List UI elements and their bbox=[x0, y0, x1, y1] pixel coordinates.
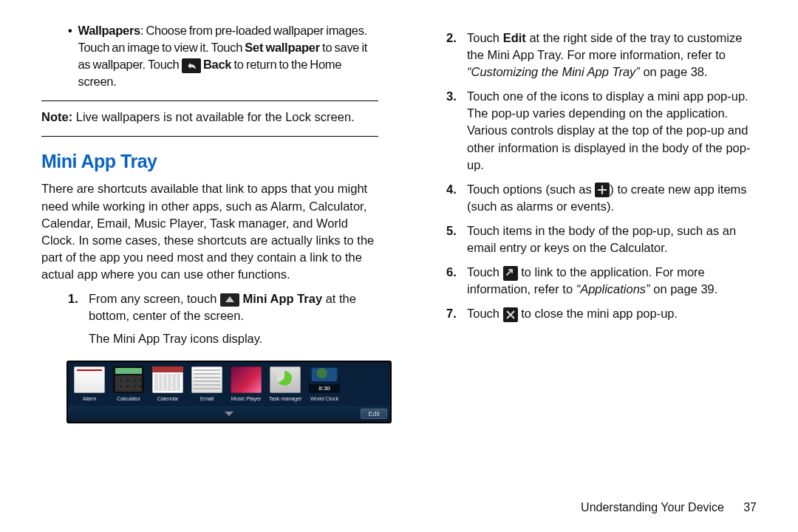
intro-text: There are shortcuts available that link … bbox=[41, 180, 378, 283]
step-7: 7. Touch to close the mini app pop-up. bbox=[420, 305, 757, 322]
ref-applications: “Applications” bbox=[576, 282, 650, 296]
page-footer: Understanding Your Device37 bbox=[581, 501, 757, 514]
world-clock-icon bbox=[309, 366, 340, 393]
note-line: Note: Live wallpapers is not available f… bbox=[41, 109, 378, 126]
section-heading: Mini App Tray bbox=[41, 149, 378, 174]
step-4: 4. Touch options (such as ) to create ne… bbox=[420, 181, 757, 215]
back-icon bbox=[182, 58, 201, 73]
step-6: 6. Touch to link to the application. For… bbox=[420, 264, 757, 298]
email-icon bbox=[191, 366, 222, 393]
tray-item-music: Music Player bbox=[231, 366, 262, 403]
calendar-icon bbox=[152, 366, 183, 393]
step-1: 1. From any screen, touch Mini App Tray … bbox=[41, 290, 378, 324]
back-label: Back bbox=[203, 58, 231, 71]
tray-item-calculator: Calculator bbox=[113, 366, 144, 403]
tray-item-alarm: Alarm bbox=[74, 366, 105, 403]
step-1-sub: The Mini App Tray icons display. bbox=[41, 330, 378, 347]
tray-edit-button[interactable]: Edit bbox=[361, 409, 387, 419]
step-5: 5. Touch items in the body of the pop-up… bbox=[420, 222, 757, 256]
tray-item-calendar: Calendar bbox=[152, 366, 183, 403]
tray-item-clock: World Clock bbox=[309, 366, 340, 403]
chevron-down-icon bbox=[225, 412, 233, 416]
plus-icon bbox=[595, 183, 610, 197]
music-player-icon bbox=[231, 366, 262, 393]
task-manager-icon bbox=[270, 366, 301, 393]
step-2: 2. Touch Edit at the right side of the t… bbox=[420, 30, 757, 81]
separator bbox=[41, 136, 378, 137]
set-wallpaper-label: Set wallpaper bbox=[245, 41, 319, 54]
mini-app-tray-label: Mini App Tray bbox=[243, 292, 323, 305]
tray-bottom-bar: Edit bbox=[68, 406, 390, 422]
close-icon bbox=[503, 307, 518, 322]
calculator-icon bbox=[113, 366, 144, 393]
wallpapers-label: Wallpapers bbox=[78, 24, 140, 37]
tray-item-email: Email bbox=[191, 366, 222, 403]
alarm-icon bbox=[74, 366, 105, 393]
wallpapers-bullet: • Wallpapers: Choose from pre-loaded wal… bbox=[41, 22, 378, 90]
mini-app-tray-figure: Alarm Calculator Calendar Email Music Pl… bbox=[66, 361, 392, 423]
link-icon bbox=[503, 266, 518, 281]
edit-label: Edit bbox=[503, 31, 526, 44]
mini-app-tray-icon bbox=[220, 293, 239, 307]
tray-item-task: Task manager bbox=[270, 366, 301, 403]
ref-customizing: “Customizing the Mini App Tray” bbox=[467, 65, 640, 78]
step-3: 3. Touch one of the icons to display a m… bbox=[420, 88, 757, 173]
separator bbox=[41, 100, 378, 101]
page-number: 37 bbox=[724, 501, 757, 514]
footer-section: Understanding Your Device bbox=[581, 501, 724, 514]
